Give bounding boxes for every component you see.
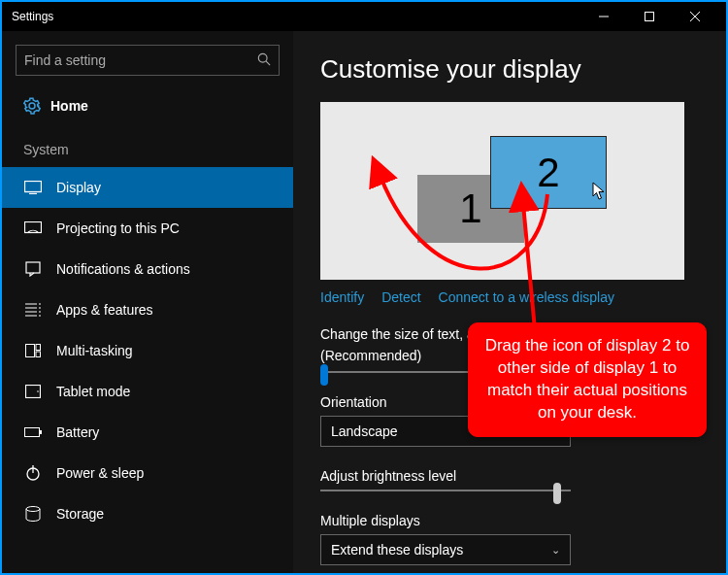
sidebar-item-label: Storage bbox=[56, 506, 104, 522]
sidebar-item-notifications[interactable]: Notifications & actions bbox=[2, 249, 293, 289]
annotation-callout: Drag the icon of display 2 to other side… bbox=[468, 322, 707, 437]
home-link[interactable]: Home bbox=[2, 89, 293, 122]
home-label: Home bbox=[50, 98, 88, 114]
content-area: Find a setting Home System Display Proje… bbox=[2, 31, 726, 573]
page-title: Customise your display bbox=[320, 54, 699, 85]
orientation-value: Landscape bbox=[331, 423, 398, 439]
tablet-icon bbox=[23, 385, 43, 398]
svg-rect-18 bbox=[26, 345, 35, 357]
svg-rect-8 bbox=[25, 222, 42, 233]
apps-icon bbox=[23, 302, 43, 318]
multitask-icon bbox=[23, 344, 43, 357]
battery-icon bbox=[23, 427, 43, 437]
slider-thumb[interactable] bbox=[320, 364, 328, 386]
sidebar-item-multitask[interactable]: Multi-tasking bbox=[2, 330, 293, 371]
sidebar-item-label: Projecting to this PC bbox=[56, 220, 180, 236]
search-input[interactable]: Find a setting bbox=[16, 45, 280, 76]
window-title: Settings bbox=[12, 10, 53, 23]
brightness-label: Adjust brightness level bbox=[320, 468, 699, 484]
display-2[interactable]: 2 bbox=[490, 136, 607, 209]
sidebar-item-projecting[interactable]: Projecting to this PC bbox=[2, 208, 293, 249]
sidebar-item-label: Apps & features bbox=[56, 302, 153, 318]
sidebar: Find a setting Home System Display Proje… bbox=[2, 31, 293, 573]
display-links: Identify Detect Connect to a wireless di… bbox=[320, 289, 699, 305]
svg-point-22 bbox=[37, 390, 39, 392]
wireless-link[interactable]: Connect to a wireless display bbox=[439, 289, 614, 305]
slider-thumb[interactable] bbox=[553, 483, 561, 504]
chevron-down-icon: ⌄ bbox=[551, 544, 560, 557]
gear-icon bbox=[23, 97, 41, 115]
svg-rect-6 bbox=[25, 182, 42, 192]
sidebar-item-label: Display bbox=[56, 180, 101, 195]
sidebar-item-apps[interactable]: Apps & features bbox=[2, 289, 293, 330]
minimize-button[interactable] bbox=[581, 2, 625, 31]
sidebar-item-battery[interactable]: Battery bbox=[2, 412, 293, 453]
multiple-displays-value: Extend these displays bbox=[331, 542, 463, 558]
window-controls bbox=[581, 2, 716, 31]
svg-point-27 bbox=[26, 507, 40, 512]
identify-link[interactable]: Identify bbox=[320, 289, 364, 305]
category-heading: System bbox=[2, 122, 293, 167]
brightness-slider[interactable] bbox=[320, 490, 571, 491]
title-bar: Settings bbox=[2, 2, 726, 31]
svg-rect-20 bbox=[36, 352, 41, 357]
multiple-displays-dropdown[interactable]: Extend these displays ⌄ bbox=[320, 534, 571, 565]
sidebar-item-label: Notifications & actions bbox=[56, 261, 190, 277]
svg-rect-9 bbox=[26, 262, 40, 273]
detect-link[interactable]: Detect bbox=[381, 289, 420, 305]
svg-rect-23 bbox=[25, 428, 40, 437]
sidebar-item-label: Battery bbox=[56, 424, 99, 440]
cursor-icon bbox=[592, 182, 607, 201]
sidebar-item-display[interactable]: Display bbox=[2, 167, 293, 208]
sidebar-item-label: Multi-tasking bbox=[56, 343, 133, 358]
search-icon bbox=[257, 52, 271, 69]
storage-icon bbox=[23, 506, 43, 522]
sidebar-item-label: Tablet mode bbox=[56, 384, 130, 399]
display-icon bbox=[23, 181, 43, 194]
notifications-icon bbox=[23, 261, 43, 277]
power-icon bbox=[23, 465, 43, 481]
display-arrangement-preview[interactable]: 1 2 bbox=[320, 102, 684, 280]
svg-rect-24 bbox=[40, 430, 42, 434]
svg-rect-1 bbox=[645, 13, 653, 21]
project-icon bbox=[23, 221, 43, 235]
sidebar-item-label: Power & sleep bbox=[56, 465, 144, 481]
maximize-button[interactable] bbox=[627, 2, 671, 31]
main-panel: Customise your display 1 2 Identify Dete… bbox=[293, 31, 726, 573]
sidebar-item-tablet[interactable]: Tablet mode bbox=[2, 371, 293, 412]
sidebar-item-power[interactable]: Power & sleep bbox=[2, 453, 293, 493]
svg-point-4 bbox=[258, 53, 267, 62]
multiple-displays-label: Multiple displays bbox=[320, 513, 699, 528]
search-placeholder: Find a setting bbox=[24, 52, 106, 68]
annotation-text: Drag the icon of display 2 to other side… bbox=[485, 336, 690, 422]
svg-line-5 bbox=[266, 61, 270, 65]
svg-rect-19 bbox=[36, 345, 41, 351]
close-button[interactable] bbox=[673, 2, 716, 31]
sidebar-item-storage[interactable]: Storage bbox=[2, 493, 293, 534]
